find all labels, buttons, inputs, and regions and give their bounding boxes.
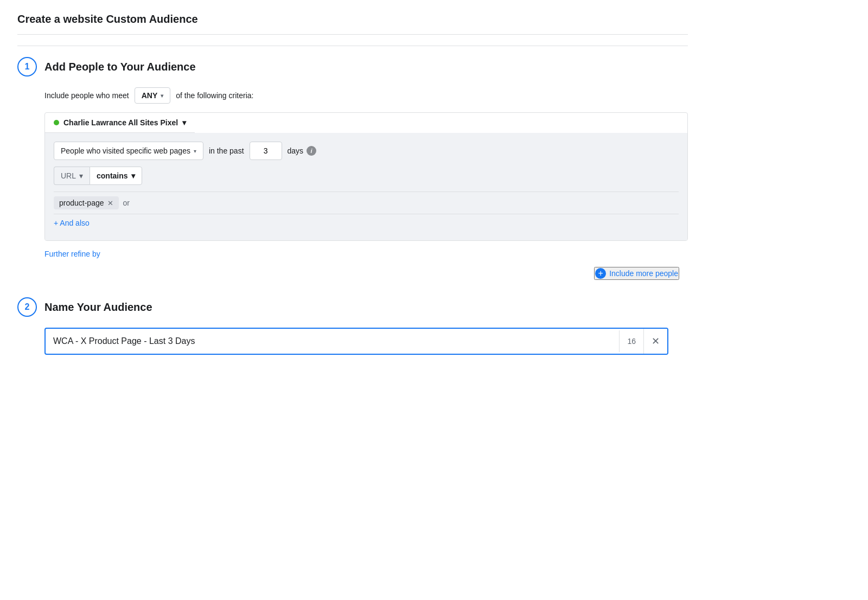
clear-input-button[interactable]: ✕ xyxy=(643,329,667,354)
contains-label: contains xyxy=(97,171,128,180)
product-page-tag: product-page ✕ xyxy=(54,196,119,209)
url-chevron-icon: ▾ xyxy=(79,171,83,180)
include-more-row: + Include more people xyxy=(17,267,688,280)
char-count: 16 xyxy=(619,330,643,352)
tag-close-icon[interactable]: ✕ xyxy=(107,200,113,207)
further-refine-button[interactable]: Further refine by xyxy=(44,250,688,258)
step1-section: 1 Add People to Your Audience Include pe… xyxy=(17,57,688,280)
url-contains-row: URL ▾ contains ▾ xyxy=(54,167,679,185)
days-info-icon[interactable]: i xyxy=(307,146,316,156)
or-label: or xyxy=(123,199,130,207)
page-title: Create a website Custom Audience xyxy=(17,13,688,35)
include-more-label: Include more people xyxy=(609,269,678,278)
any-chevron-icon: ▾ xyxy=(161,93,163,99)
days-input[interactable] xyxy=(250,142,282,160)
audience-name-input[interactable] xyxy=(46,330,619,353)
tag-row: product-page ✕ or xyxy=(54,192,679,214)
contains-dropdown[interactable]: contains ▾ xyxy=(90,167,142,185)
pixel-body: People who visited specific web pages ▾ … xyxy=(45,133,687,240)
following-criteria-label: of the following criteria: xyxy=(176,91,253,100)
url-dropdown[interactable]: URL ▾ xyxy=(54,167,90,185)
and-also-button[interactable]: + And also xyxy=(54,214,90,232)
pixel-chevron-icon: ▾ xyxy=(182,118,186,127)
tag-value: product-page xyxy=(59,199,104,207)
any-dropdown[interactable]: ANY ▾ xyxy=(135,87,171,104)
filter-type-dropdown[interactable]: People who visited specific web pages ▾ xyxy=(54,142,203,160)
step2-circle: 2 xyxy=(17,297,37,317)
step2-title: Name Your Audience xyxy=(44,301,152,314)
filter-type-label: People who visited specific web pages xyxy=(61,146,190,155)
days-label: days i xyxy=(288,146,317,156)
and-also-label: + And also xyxy=(54,219,90,227)
step1-header: 1 Add People to Your Audience xyxy=(17,57,688,76)
in-the-past-label: in the past xyxy=(209,146,244,155)
pixel-panel: Charlie Lawrance All Sites Pixel ▾ Peopl… xyxy=(44,112,688,241)
url-label: URL xyxy=(61,171,76,180)
any-dropdown-label: ANY xyxy=(142,91,158,100)
pixel-selector[interactable]: Charlie Lawrance All Sites Pixel ▾ xyxy=(45,113,195,133)
filter-type-chevron-icon: ▾ xyxy=(194,148,196,154)
step2-section: 2 Name Your Audience 16 ✕ xyxy=(17,297,688,355)
step2-header: 2 Name Your Audience xyxy=(17,297,688,317)
include-more-plus-icon: + xyxy=(595,268,606,279)
pixel-name: Charlie Lawrance All Sites Pixel xyxy=(63,118,178,127)
contains-chevron-icon: ▾ xyxy=(131,171,135,180)
step1-circle: 1 xyxy=(17,57,37,76)
step1-title: Add People to Your Audience xyxy=(44,61,196,73)
pixel-status-dot xyxy=(54,120,59,125)
include-label: Include people who meet xyxy=(44,91,129,100)
include-more-button[interactable]: + Include more people xyxy=(594,267,679,280)
name-input-row: 16 ✕ xyxy=(44,328,668,355)
include-people-row: Include people who meet ANY ▾ of the fol… xyxy=(44,87,688,104)
filter-type-row: People who visited specific web pages ▾ … xyxy=(54,142,679,160)
